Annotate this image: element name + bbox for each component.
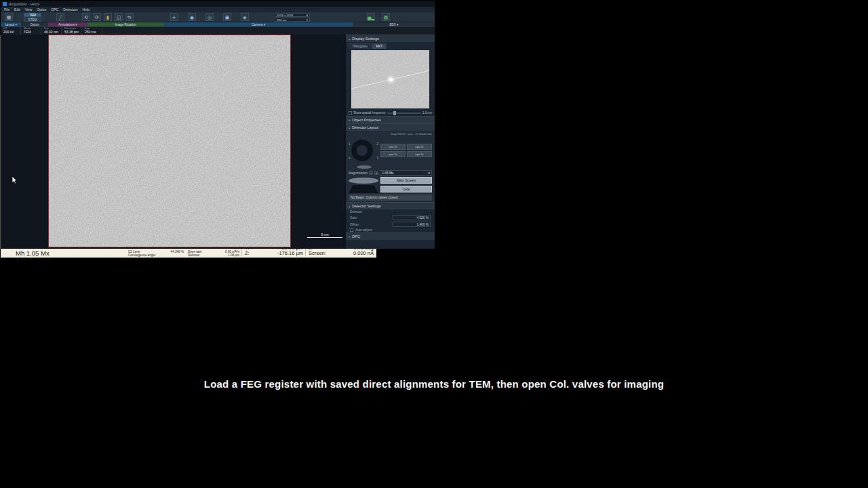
velox-app-icon bbox=[3, 2, 7, 6]
camera-settings-icon[interactable]: ◈ bbox=[241, 13, 249, 21]
status-field: Mode TEM bbox=[21, 27, 41, 35]
detector-layout-header[interactable]: Detector Layout bbox=[346, 123, 435, 131]
status-item: Convergence angle: bbox=[128, 253, 184, 257]
velox-title: Acquisition - Velox bbox=[9, 2, 39, 6]
flip-horizontal-icon[interactable]: ⇆ bbox=[125, 13, 134, 21]
offset-label: Offset bbox=[350, 223, 359, 226]
fft-center-spot bbox=[389, 78, 393, 81]
scale-bar-line bbox=[307, 237, 342, 238]
spatial-frequency-checkbox[interactable] bbox=[349, 111, 352, 115]
chevron-down-icon bbox=[307, 14, 308, 17]
main-screen-button[interactable]: Main Screen bbox=[380, 177, 432, 184]
spatial-frequency-value: 1.0 nm bbox=[422, 111, 432, 115]
menu-item[interactable]: File bbox=[4, 7, 9, 12]
velox-scale-bar: 5 nm bbox=[307, 232, 342, 238]
crop-icon[interactable]: ◱ bbox=[115, 13, 123, 21]
detector-cps-button[interactable]: cps % bbox=[407, 151, 432, 157]
detector-cps-button[interactable]: cps % bbox=[407, 144, 432, 150]
edx-map-icon[interactable]: ▦ bbox=[382, 13, 390, 21]
status-field: HT 200 kV bbox=[1, 27, 21, 35]
edx-detector-diagram: 1 2 4 3 bbox=[349, 137, 378, 164]
spatial-frequency-label: Show spatial frequency bbox=[353, 111, 386, 115]
stem-mode-button[interactable]: STEM bbox=[24, 18, 41, 22]
superx-label: SuperX/G2 - cps - % dead time bbox=[349, 132, 432, 136]
fft-zoom-slider[interactable] bbox=[387, 113, 421, 114]
status-field: Fov 46.02 nm bbox=[41, 27, 62, 35]
collapse-icon bbox=[349, 37, 350, 41]
velox-toolbar: ▦ TEM STEM ╱ ⟲⟳▮◱⇆ ✛◉◎▣◈ 1024 x 1024 250… bbox=[1, 12, 435, 22]
menu-item[interactable]: DPC bbox=[52, 7, 59, 12]
velox-canvas[interactable]: 5 nm bbox=[1, 35, 345, 249]
menu-item[interactable]: Edit bbox=[14, 7, 20, 12]
offset-field[interactable]: 1.466 % bbox=[393, 222, 431, 227]
auto-adjust-checkbox[interactable] bbox=[350, 228, 353, 232]
status-item: Defocus:1.08 µm bbox=[188, 253, 239, 257]
mag-increase-button[interactable]: + bbox=[374, 171, 378, 175]
status-field: Exp 250 ms bbox=[82, 27, 102, 35]
exposure-bar-icon[interactable]: ▮ bbox=[104, 13, 112, 21]
caption-text: Load a FEG register with saved direct al… bbox=[0, 378, 868, 390]
exposure-select[interactable]: 250 ms bbox=[275, 18, 310, 22]
expand-icon bbox=[349, 119, 350, 122]
small-screen-shape bbox=[357, 165, 372, 169]
detector-layout-body: SuperX/G2 - cps - % dead time 1 2 4 3 cp… bbox=[346, 131, 435, 202]
menu-item[interactable]: Detectors bbox=[63, 7, 77, 12]
resolution-select[interactable]: 1024 x 1024 bbox=[275, 13, 310, 17]
camera-single-icon[interactable]: ◉ bbox=[188, 13, 196, 21]
no-beam-status: No Beam: Column valves closed bbox=[349, 195, 432, 201]
tem-mode-button[interactable]: TEM bbox=[24, 13, 41, 17]
auto-adjust-label: Auto adjust bbox=[355, 228, 372, 232]
edx-spectrum-icon[interactable]: ▅▂▇ bbox=[367, 13, 375, 21]
menu-item[interactable]: View bbox=[25, 7, 33, 12]
annotation-line-icon[interactable]: ╱ bbox=[56, 13, 64, 21]
rotate-cw-icon[interactable]: ⟳ bbox=[93, 13, 101, 21]
fft-preview[interactable] bbox=[351, 50, 429, 108]
histogram-tab[interactable]: Histogram bbox=[349, 43, 372, 49]
video-frame: Workset VacuumStageCameraSTEMLo Vacuum (… bbox=[0, 0, 868, 488]
ceta-button[interactable]: Ceta bbox=[380, 186, 432, 192]
magnification-label: Magnification bbox=[349, 171, 368, 175]
status-field: Pixel size 53.38 pm bbox=[62, 27, 82, 35]
detector-cps-button[interactable]: cps % bbox=[380, 151, 406, 157]
ceta-camera-shape bbox=[349, 185, 378, 193]
velox-sidebar: Display Settings Histogram FFT Show spat… bbox=[345, 35, 435, 249]
dpc-header[interactable]: DPC bbox=[346, 232, 435, 240]
chevron-down-icon bbox=[307, 18, 308, 22]
acquired-image[interactable] bbox=[48, 35, 291, 247]
collapse-icon bbox=[349, 205, 350, 208]
gain-label: Gain bbox=[350, 216, 357, 220]
menu-item[interactable]: Optics bbox=[37, 7, 46, 12]
fft-tab[interactable]: FFT bbox=[372, 43, 387, 49]
menu-item[interactable]: Help bbox=[83, 7, 90, 12]
beam-icon[interactable]: ✛ bbox=[170, 13, 178, 21]
mag-decrease-button[interactable]: − bbox=[369, 171, 373, 175]
camera-stack-icon[interactable]: ▣ bbox=[223, 13, 231, 21]
velox-titlebar[interactable]: Acquisition - Velox bbox=[1, 1, 435, 7]
stage-tilt-item: Screen:0.000 nA bbox=[309, 251, 374, 257]
expand-icon bbox=[349, 235, 350, 239]
gain-field[interactable]: 4.926 % bbox=[393, 215, 431, 220]
chevron-down-icon bbox=[429, 171, 430, 175]
layout-grid-icon[interactable]: ▦ bbox=[5, 13, 13, 21]
display-settings-header[interactable]: Display Settings bbox=[346, 35, 435, 42]
main-screen-shape bbox=[349, 178, 378, 184]
camera-continuous-icon[interactable]: ◎ bbox=[205, 13, 214, 21]
magnification-select[interactable]: 1.05 Mx bbox=[380, 170, 432, 176]
detector-settings-header[interactable]: Detector Settings bbox=[346, 202, 435, 209]
detector-label: Detector bbox=[350, 210, 362, 214]
stage-position-item: Z:-176.16 µm bbox=[245, 251, 303, 257]
mouse-cursor bbox=[12, 176, 18, 184]
stem-noise-image bbox=[49, 35, 290, 247]
rotate-ccw-icon[interactable]: ⟲ bbox=[82, 13, 90, 21]
object-properties-header[interactable]: Object Properties bbox=[346, 116, 435, 123]
detector-cps-button[interactable]: cps % bbox=[380, 144, 406, 150]
collapse-icon bbox=[349, 126, 350, 129]
magnification-line: Mh 1.05 Mx bbox=[16, 249, 50, 257]
velox-window: Acquisition - Velox FileEditViewOpticsDP… bbox=[0, 0, 435, 35]
